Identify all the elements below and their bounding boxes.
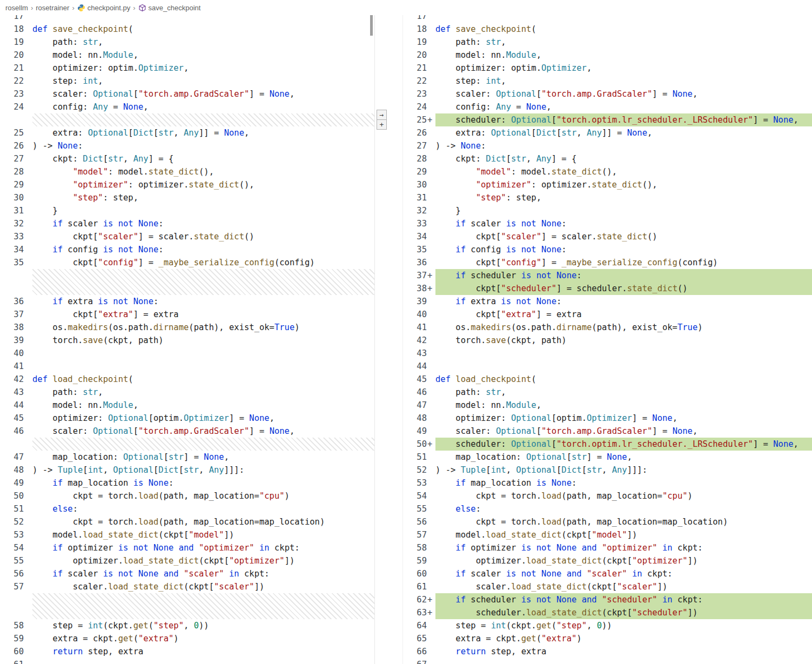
code-line[interactable]: 56 ckpt = torch.load(path, map_location=… — [403, 515, 812, 528]
code-line[interactable]: 19 path: str, — [0, 36, 374, 49]
code-line[interactable]: 28 ckpt: Dict[str, Any] = { — [403, 152, 812, 165]
code-line[interactable]: 26) -> None: — [0, 139, 374, 152]
code-line[interactable]: 64 step = int(ckpt.get("step", 0)) — [403, 619, 812, 632]
code-line[interactable]: 22 step: int, — [0, 75, 374, 88]
code-line[interactable]: 37 ckpt["extra"] = extra — [0, 308, 374, 321]
code-line[interactable]: 20 model: nn.Module, — [403, 49, 812, 62]
code-line[interactable]: 66 return step, extra — [403, 645, 812, 658]
breadcrumb-item-rosellm[interactable]: rosellm — [5, 4, 28, 12]
breadcrumb-item-save-checkpoint[interactable]: save_checkpoint — [138, 4, 201, 12]
code-line[interactable]: 61 — [0, 658, 374, 664]
code-line[interactable]: 36 ckpt["config"] = _maybe_serialize_con… — [403, 256, 812, 269]
code-line-added[interactable]: 37+ if scheduler is not None: — [403, 269, 812, 282]
code-line[interactable]: 32 } — [403, 204, 812, 217]
code-line[interactable]: 42def load_checkpoint( — [0, 373, 374, 386]
code-line[interactable]: 46 path: str, — [403, 386, 812, 399]
code-line[interactable]: 60 return step, extra — [0, 645, 374, 658]
code-line[interactable]: 54 if optimizer is not None and "optimiz… — [0, 541, 374, 554]
code-line[interactable]: 53 model.load_state_dict(ckpt["model"]) — [0, 528, 374, 541]
code-line[interactable]: 43 — [403, 347, 812, 360]
breadcrumb-item-rosetrainer[interactable]: rosetrainer — [36, 4, 69, 12]
stage-change-button[interactable]: + — [377, 119, 387, 130]
code-line[interactable]: 34 ckpt["scaler"] = scaler.state_dict() — [403, 230, 812, 243]
code-line[interactable]: 55 optimizer.load_state_dict(ckpt["optim… — [0, 554, 374, 567]
code-line[interactable]: 29 "optimizer": optimizer.state_dict(), — [0, 178, 374, 191]
code-line[interactable]: 39 torch.save(ckpt, path) — [0, 334, 374, 347]
code-line[interactable]: 23 scaler: Optional["torch.amp.GradScale… — [403, 88, 812, 100]
code-line[interactable]: 59 extra = ckpt.get("extra") — [0, 632, 374, 645]
code-line[interactable]: 60 if scaler is not None and "scaler" in… — [403, 567, 812, 580]
code-line[interactable]: 41 os.makedirs(os.path.dirname(path), ex… — [403, 321, 812, 334]
code-line[interactable]: 35 ckpt["config"] = _maybe_serialize_con… — [0, 256, 374, 269]
code-line[interactable]: 51 map_location: Optional[str] = None, — [403, 451, 812, 464]
code-line[interactable]: 21 optimizer: optim.Optimizer, — [403, 62, 812, 75]
code-line[interactable]: 52) -> Tuple[int, Optional[Dict[str, Any… — [403, 464, 812, 477]
code-line[interactable]: 40 — [0, 347, 374, 360]
code-line[interactable]: 33 if scaler is not None: — [403, 217, 812, 230]
code-line[interactable]: 31 } — [0, 204, 374, 217]
code-line[interactable]: 18def save_checkpoint( — [403, 23, 812, 36]
code-line[interactable]: 57 model.load_state_dict(ckpt["model"]) — [403, 528, 812, 541]
code-line[interactable]: 56 if scaler is not None and "scaler" in… — [0, 567, 374, 580]
code-line[interactable]: 32 if scaler is not None: — [0, 217, 374, 230]
code-line[interactable]: 45 optimizer: Optional[optim.Optimizer] … — [0, 412, 374, 425]
code-line[interactable]: 67 — [403, 658, 812, 664]
code-line-added[interactable]: 63+ scheduler.load_state_dict(ckpt["sche… — [403, 606, 812, 619]
revert-change-button[interactable]: → — [377, 110, 387, 120]
code-line[interactable]: 47 map_location: Optional[str] = None, — [0, 451, 374, 464]
code-line[interactable]: 65 extra = ckpt.get("extra") — [403, 632, 812, 645]
code-line[interactable]: 20 model: nn.Module, — [0, 49, 374, 62]
code-line[interactable]: 61 scaler.load_state_dict(ckpt["scaler"]… — [403, 580, 812, 593]
code-line[interactable]: 22 step: int, — [403, 75, 812, 88]
code-line[interactable]: 48) -> Tuple[int, Optional[Dict[str, Any… — [0, 464, 374, 477]
diff-pane-modified[interactable]: 1718def save_checkpoint(19 path: str,20 … — [402, 15, 812, 664]
code-line[interactable]: 25 extra: Optional[Dict[str, Any]] = Non… — [0, 126, 374, 139]
code-line[interactable]: 48 optimizer: Optional[optim.Optimizer] … — [403, 412, 812, 425]
code-line[interactable]: 47 model: nn.Module, — [403, 399, 812, 412]
code-line[interactable]: 59 optimizer.load_state_dict(ckpt["optim… — [403, 554, 812, 567]
code-line[interactable]: 44 — [403, 360, 812, 373]
code-line[interactable]: 26 extra: Optional[Dict[str, Any]] = Non… — [403, 126, 812, 139]
code-line[interactable]: 33 ckpt["scaler"] = scaler.state_dict() — [0, 230, 374, 243]
code-line[interactable]: 58 if optimizer is not None and "optimiz… — [403, 541, 812, 554]
code-line[interactable]: 50 ckpt = torch.load(path, map_location=… — [0, 489, 374, 502]
code-line[interactable]: 57 scaler.load_state_dict(ckpt["scaler"]… — [0, 580, 374, 593]
code-line[interactable]: 52 ckpt = torch.load(path, map_location=… — [0, 515, 374, 528]
code-line[interactable]: 40 ckpt["extra"] = extra — [403, 308, 812, 321]
code-line[interactable]: 29 "model": model.state_dict(), — [403, 165, 812, 178]
code-line[interactable]: 30 "step": step, — [0, 191, 374, 204]
code-line[interactable]: 19 path: str, — [403, 36, 812, 49]
code-line[interactable]: 24 config: Any = None, — [0, 100, 374, 113]
code-line[interactable]: 54 ckpt = torch.load(path, map_location=… — [403, 489, 812, 502]
code-line[interactable]: 31 "step": step, — [403, 191, 812, 204]
breadcrumb-item-checkpoint-py[interactable]: checkpoint.py — [77, 4, 131, 12]
code-line[interactable]: 18def save_checkpoint( — [0, 23, 374, 36]
code-line[interactable]: 55 else: — [403, 502, 812, 515]
code-line[interactable]: 49 if map_location is None: — [0, 477, 374, 489]
code-line[interactable]: 36 if extra is not None: — [0, 295, 374, 308]
code-line[interactable]: 42 torch.save(ckpt, path) — [403, 334, 812, 347]
code-line[interactable]: 24 config: Any = None, — [403, 100, 812, 113]
code-line[interactable]: 44 model: nn.Module, — [0, 399, 374, 412]
code-line[interactable]: 46 scaler: Optional["torch.amp.GradScale… — [0, 425, 374, 438]
code-line[interactable]: 49 scaler: Optional["torch.amp.GradScale… — [403, 425, 812, 438]
code-line[interactable]: 58 step = int(ckpt.get("step", 0)) — [0, 619, 374, 632]
code-line[interactable]: 43 path: str, — [0, 386, 374, 399]
code-line[interactable]: 17 — [403, 15, 812, 23]
diff-pane-original[interactable]: 1718def save_checkpoint(19 path: str,20 … — [0, 15, 375, 664]
code-line[interactable]: 39 if extra is not None: — [403, 295, 812, 308]
code-line[interactable]: 27 ckpt: Dict[str, Any] = { — [0, 152, 374, 165]
code-line[interactable]: 53 if map_location is None: — [403, 477, 812, 489]
code-line[interactable]: 51 else: — [0, 502, 374, 515]
code-line-added[interactable]: 25+ scheduler: Optional["torch.optim.lr_… — [403, 113, 812, 126]
code-line-added[interactable]: 62+ if scheduler is not None and "schedu… — [403, 593, 812, 606]
code-line[interactable]: 21 optimizer: optim.Optimizer, — [0, 62, 374, 75]
code-line-added[interactable]: 38+ ckpt["scheduler"] = scheduler.state_… — [403, 282, 812, 295]
code-line[interactable]: 35 if config is not None: — [403, 243, 812, 256]
code-line[interactable]: 45def load_checkpoint( — [403, 373, 812, 386]
code-line-added[interactable]: 50+ scheduler: Optional["torch.optim.lr_… — [403, 438, 812, 451]
code-line[interactable]: 30 "optimizer": optimizer.state_dict(), — [403, 178, 812, 191]
code-line[interactable]: 41 — [0, 360, 374, 373]
code-line[interactable]: 27) -> None: — [403, 139, 812, 152]
code-line[interactable]: 28 "model": model.state_dict(), — [0, 165, 374, 178]
